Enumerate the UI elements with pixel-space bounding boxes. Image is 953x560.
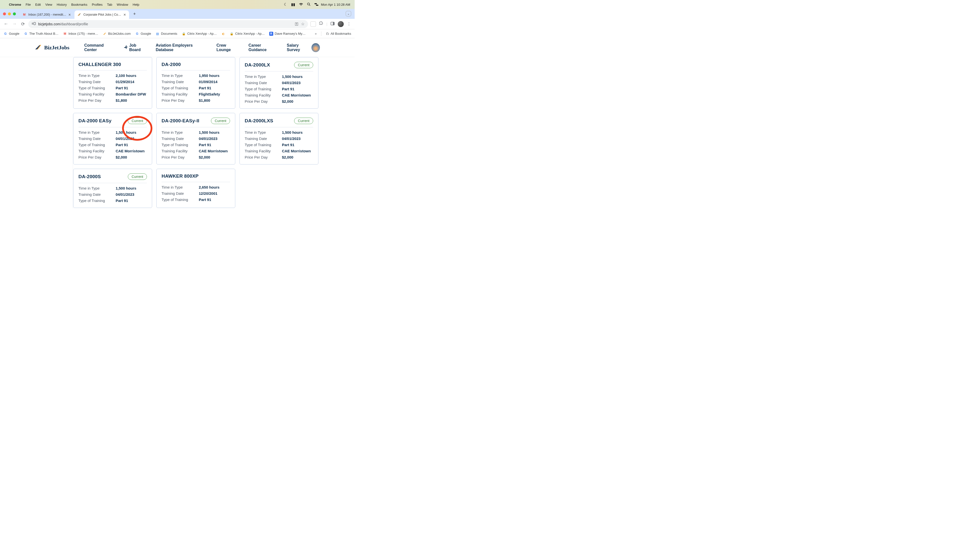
aircraft-card: DA-2000LXSCurrentTime in Type1,500 hours… — [239, 113, 318, 164]
close-tab-icon[interactable]: ✕ — [123, 13, 126, 17]
row-value: 04/01/2023 — [116, 137, 134, 141]
nav-job-board[interactable]: Job Board — [124, 43, 147, 52]
aircraft-cards-grid: CHALLENGER 300Time in Type2,100 hoursTra… — [73, 57, 281, 208]
card-row: Price Per Day$2,000 — [245, 155, 313, 159]
extension-icon[interactable] — [310, 21, 316, 27]
password-key-icon[interactable]: ⚿ — [295, 22, 298, 26]
extensions-puzzle-icon[interactable] — [318, 21, 324, 26]
row-label: Training Facility — [245, 149, 282, 153]
site-header: BizJetJobs Command Center Job Board Avia… — [0, 38, 355, 57]
mac-menu-edit[interactable]: Edit — [35, 3, 41, 6]
mac-menu-help[interactable]: Help — [133, 3, 140, 6]
bookmark-google[interactable]: GGoogle — [3, 32, 19, 36]
nav-career-guidance[interactable]: Career Guidance — [248, 43, 278, 52]
nav-employers[interactable]: Aviation Employers Database — [156, 43, 208, 52]
card-row: Type of TrainingPart 91 — [245, 143, 313, 147]
row-value: Part 91 — [282, 87, 294, 91]
dot-icon: ◐ — [221, 32, 225, 36]
window-minimize[interactable] — [8, 12, 11, 16]
control-center-icon[interactable] — [314, 3, 318, 7]
mac-app-name[interactable]: Chrome — [9, 3, 21, 6]
nav-salary-survey[interactable]: Salary Survey — [287, 43, 311, 52]
card-row: Training Date04/01/2023 — [161, 137, 230, 141]
gmail-icon: M — [22, 12, 26, 17]
doc-icon: ▤ — [155, 32, 160, 36]
row-value: $2,000 — [282, 155, 293, 159]
nav-command-center[interactable]: Command Center — [84, 43, 115, 52]
mac-menu-view[interactable]: View — [45, 3, 52, 6]
bookmarks-overflow-icon[interactable]: » — [315, 32, 317, 36]
site-info-icon[interactable] — [32, 22, 36, 26]
row-label: Time in Type — [161, 185, 199, 189]
row-value: CAE Morristown — [116, 149, 145, 153]
mac-menu-profiles[interactable]: Profiles — [92, 3, 102, 6]
row-value: 2,650 hours — [199, 185, 219, 189]
current-badge[interactable]: Current — [294, 62, 313, 68]
mac-menu-file[interactable]: File — [26, 3, 31, 6]
browser-tab-inbox[interactable]: M Inbox (167,200) - meredithko ✕ — [19, 11, 74, 19]
address-bar[interactable]: bizjetjobs.com/dashboard/profile ⚿ ☆ — [28, 20, 308, 28]
row-value: Part 91 — [282, 143, 294, 147]
user-avatar[interactable] — [312, 43, 320, 52]
tab-title: Inbox (167,200) - meredithko — [28, 13, 66, 16]
bookmark-google2[interactable]: GGoogle — [135, 32, 151, 36]
row-label: Type of Training — [161, 197, 199, 202]
back-button[interactable]: ← — [3, 21, 9, 26]
bookmark-inbox[interactable]: MInbox (175) - mere… — [63, 32, 98, 36]
bookmark-citrix2[interactable]: 🔒Citrix XenApp - Ap… — [230, 32, 265, 36]
current-badge[interactable]: Current — [128, 174, 147, 180]
row-value: 2,100 hours — [116, 73, 136, 78]
bookmark-star-icon[interactable]: ☆ — [301, 22, 304, 26]
bookmark-dot[interactable]: ◐ — [221, 32, 225, 36]
tab-search-button[interactable]: ⌄ — [346, 11, 351, 16]
nav-crew-lounge[interactable]: Crew Lounge — [216, 43, 240, 52]
current-badge[interactable]: Current — [128, 118, 147, 124]
search-icon[interactable] — [307, 3, 310, 7]
logo[interactable]: BizJetJobs — [35, 43, 69, 51]
bookmark-bizjetjobs[interactable]: BizJetJobs.com — [103, 32, 131, 36]
logo-mark-icon — [35, 43, 42, 51]
card-row: Training Date04/01/2023 — [78, 137, 147, 141]
bookmark-ramsey[interactable]: RDave Ramsey's My… — [269, 32, 306, 36]
svg-rect-6 — [34, 22, 36, 25]
mac-menu-history[interactable]: History — [57, 3, 67, 6]
divider — [161, 182, 230, 182]
card-row: Training Date04/01/2023 — [245, 81, 313, 85]
row-label: Time in Type — [245, 74, 282, 79]
mac-menu-bookmarks[interactable]: Bookmarks — [71, 3, 87, 6]
aircraft-card: DA-2000-EASy-IICurrentTime in Type1,500 … — [156, 113, 235, 164]
bookmark-truth[interactable]: GThe Truth About B… — [24, 32, 59, 36]
chrome-menu-icon[interactable]: ⋮ — [346, 22, 352, 26]
window-close[interactable] — [3, 12, 6, 16]
forward-button[interactable]: → — [11, 21, 17, 26]
close-tab-icon[interactable]: ✕ — [68, 13, 71, 17]
chrome-tab-strip: M Inbox (167,200) - meredithko ✕ Corpora… — [0, 9, 355, 19]
wifi-icon[interactable] — [299, 3, 303, 7]
row-value: 1,500 hours — [199, 130, 219, 135]
dnd-icon[interactable]: ☾ — [284, 2, 287, 7]
window-zoom[interactable] — [13, 12, 16, 16]
side-panel-icon[interactable] — [330, 22, 335, 26]
bookmark-documents[interactable]: ▤Documents — [155, 32, 177, 36]
browser-tab-bizjetjobs[interactable]: Corporate Pilot Jobs | Contra ✕ — [75, 11, 129, 19]
all-bookmarks-button[interactable]: 🗀All Bookmarks — [326, 32, 351, 36]
mac-clock[interactable]: Mon Apr 1 10:28 AM — [321, 3, 350, 6]
current-badge[interactable]: Current — [211, 118, 230, 124]
row-value: CAE Morristown — [199, 149, 228, 153]
chrome-profile-avatar[interactable] — [338, 21, 344, 27]
row-value: Part 91 — [116, 199, 128, 203]
row-value: $1,800 — [116, 98, 127, 102]
svg-rect-2 — [314, 3, 317, 4]
battery-icon[interactable]: ▮▮ — [291, 2, 295, 7]
row-label: Price Per Day — [78, 98, 116, 102]
mac-menu-bar: Chrome File Edit View History Bookmarks … — [0, 0, 355, 9]
card-row: Time in Type1,500 hours — [78, 186, 147, 190]
new-tab-button[interactable]: + — [131, 11, 138, 17]
row-value: 1,500 hours — [116, 130, 136, 135]
mac-menu-window[interactable]: Window — [116, 3, 128, 6]
current-badge[interactable]: Current — [294, 118, 313, 124]
reload-button[interactable]: ⟳ — [20, 21, 26, 27]
bookmark-citrix1[interactable]: 🔒Citrix XenApp - Ap… — [182, 32, 217, 36]
card-row: Type of TrainingPart 91 — [161, 86, 230, 90]
mac-menu-tab[interactable]: Tab — [107, 3, 112, 6]
